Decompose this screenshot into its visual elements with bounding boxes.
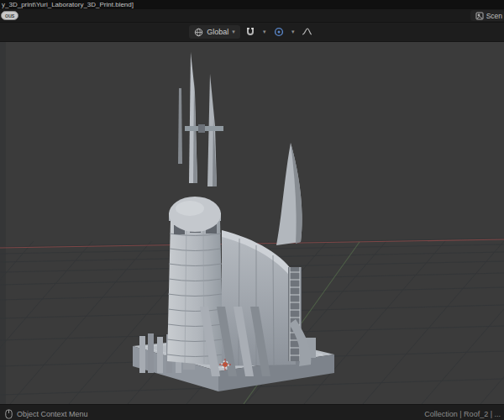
- orientation-caret-icon: ▾: [232, 29, 235, 35]
- statusbar-left: Object Context Menu: [0, 409, 88, 419]
- falloff-caret-icon: ▾: [291, 29, 295, 35]
- 3d-viewport[interactable]: [0, 42, 504, 404]
- viewport-canvas: [0, 42, 504, 404]
- viewport-header-controls: Global ▾ ▾ ▾: [189, 25, 315, 39]
- window-title: y_3D_print\Yuri_Laboratory_3D_Print.blen…: [2, 1, 134, 8]
- blue-circle-icon: [274, 27, 284, 37]
- snap-options-dropdown[interactable]: ▾: [260, 25, 269, 39]
- viewport-header: Global ▾ ▾ ▾: [0, 23, 504, 42]
- statusbar-keymap-hint: Object Context Menu: [17, 410, 88, 418]
- proportional-editing-button[interactable]: [271, 25, 286, 39]
- viewport-left-edge: [0, 42, 6, 404]
- blender-window: y_3D_print\Yuri_Laboratory_3D_Print.blen…: [0, 0, 504, 420]
- curve-icon: [302, 27, 312, 37]
- transform-orientation-dropdown[interactable]: Global ▾: [189, 25, 240, 39]
- snap-caret-icon: ▾: [263, 29, 266, 35]
- falloff-options-dropdown[interactable]: ▾: [289, 25, 297, 39]
- scene-selector-label: Scen: [486, 12, 502, 20]
- orientation-label: Global: [207, 28, 228, 36]
- window-titlebar: y_3D_print\Yuri_Laboratory_3D_Print.blen…: [0, 0, 504, 9]
- magnet-icon: [245, 27, 255, 37]
- scene-selector[interactable]: Scen: [470, 10, 504, 21]
- falloff-curve-button[interactable]: [300, 25, 315, 39]
- statusbar-context-path: Collection | Roof_2 | ...: [424, 410, 504, 418]
- back-to-previous-button[interactable]: ous: [1, 11, 18, 20]
- snap-magnet-button[interactable]: [243, 25, 258, 39]
- mouse-icon: [5, 409, 13, 419]
- globe-icon: [194, 28, 203, 37]
- statusbar: Object Context Menu Collection | Roof_2 …: [0, 404, 504, 420]
- topbar: ous Scen: [0, 9, 504, 23]
- scene-icon: [475, 12, 484, 20]
